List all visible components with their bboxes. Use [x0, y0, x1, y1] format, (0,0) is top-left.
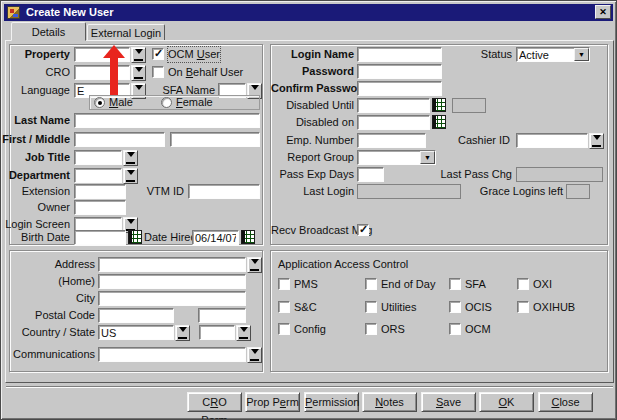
tab-external-login[interactable]: External Login	[87, 24, 165, 41]
address-input[interactable]	[98, 257, 246, 272]
aac-checkbox-sc[interactable]	[278, 301, 290, 313]
cashier-id-lov-button[interactable]	[589, 133, 604, 149]
disabled-on-label: Disabled on	[271, 115, 354, 130]
lov-bar-icon	[250, 359, 259, 361]
home-address-input[interactable]	[98, 274, 246, 289]
country-input[interactable]	[98, 325, 174, 340]
city-input[interactable]	[98, 291, 246, 306]
close-button-bottom[interactable]: Close	[538, 392, 593, 412]
job-title-lov-button[interactable]	[123, 150, 138, 166]
disabled-on-calendar-icon[interactable]	[432, 115, 446, 129]
last-login-label: Last Login	[271, 184, 354, 199]
communications-input[interactable]	[98, 347, 246, 362]
aac-label-sfa: SFA	[465, 277, 486, 292]
department-input[interactable]	[74, 168, 122, 183]
first-name-input[interactable]	[74, 132, 165, 147]
home-address-label: (Home)	[12, 274, 95, 289]
aac-checkbox-ors[interactable]	[365, 323, 377, 335]
aac-checkbox-utilities[interactable]	[365, 301, 377, 313]
on-behalf-user-checkbox[interactable]	[152, 66, 164, 78]
disabled-until-calendar-icon[interactable]	[432, 98, 446, 112]
lov-arrow-icon	[127, 152, 135, 161]
cashier-id-input[interactable]	[516, 133, 588, 148]
middle-name-input[interactable]	[170, 132, 260, 147]
aac-checkbox-oxihub[interactable]	[517, 301, 529, 313]
prop-perm-button[interactable]: Prop Perm	[245, 392, 300, 412]
emp-number-input[interactable]	[357, 133, 426, 148]
create-new-user-dialog: Create New User ✕ Details External Login…	[0, 0, 617, 420]
aac-checkbox-oxi[interactable]	[517, 278, 529, 290]
status-dropdown-icon[interactable]: ▼	[574, 48, 589, 61]
last-name-input[interactable]	[74, 113, 260, 128]
button-separator	[6, 386, 613, 388]
communications-lov-button[interactable]	[247, 347, 262, 363]
lov-bar-icon	[239, 337, 248, 339]
cro-input[interactable]	[74, 65, 130, 80]
disabled-until-input[interactable]	[357, 98, 430, 113]
ok-button[interactable]: OK	[479, 392, 534, 412]
on-behalf-user-label: On Behalf User	[168, 65, 243, 80]
password-input[interactable]	[357, 64, 442, 79]
recv-broadcast-msg-checkbox[interactable]	[357, 224, 369, 236]
birth-date-label: Birth Date	[12, 230, 70, 245]
female-radio[interactable]	[161, 97, 172, 108]
state-lov-button[interactable]	[236, 325, 251, 341]
grace-logins-left-label: Grace Logins left	[463, 184, 563, 199]
pass-exp-days-input[interactable]	[357, 167, 384, 182]
permission-button[interactable]: Permission	[304, 392, 359, 412]
date-hired-label: Date Hired	[144, 230, 190, 245]
lov-arrow-icon	[593, 135, 601, 144]
lov-arrow-icon	[179, 327, 187, 336]
report-group-dropdown-icon[interactable]: ▼	[420, 151, 435, 164]
male-radio[interactable]	[94, 97, 105, 108]
annotation-arrow	[110, 56, 118, 95]
birth-date-input[interactable]	[74, 230, 126, 245]
aac-checkbox-sfa[interactable]	[449, 278, 461, 290]
country-lov-button[interactable]	[175, 325, 190, 341]
login-name-label: Login Name	[271, 47, 354, 62]
birth-date-calendar-icon[interactable]	[128, 230, 142, 244]
lov-arrow-icon	[135, 49, 143, 58]
lov-bar-icon	[126, 162, 135, 164]
application-access-title: Application Access Control	[278, 257, 408, 272]
address-group: Address (Home) City Postal Code Country …	[9, 250, 263, 372]
save-button[interactable]: Save	[421, 392, 476, 412]
department-lov-button[interactable]	[123, 168, 138, 184]
cashier-id-label: Cashier ID	[430, 133, 510, 148]
address-lov-button[interactable]	[247, 257, 262, 273]
postal-code-input[interactable]	[98, 308, 174, 323]
tab-details[interactable]: Details	[11, 22, 86, 41]
owner-input[interactable]	[74, 200, 126, 215]
property-lov-button[interactable]	[131, 47, 146, 63]
cro-perm-button[interactable]: CRO Perm	[187, 392, 242, 412]
aac-checkbox-ocm[interactable]	[449, 323, 461, 335]
close-button[interactable]: ✕	[595, 5, 611, 19]
lov-arrow-icon	[135, 85, 143, 94]
aac-checkbox-ocis[interactable]	[449, 301, 461, 313]
date-hired-input[interactable]	[192, 230, 239, 245]
disabled-until-label: Disabled Until	[271, 98, 354, 113]
department-label: Department	[0, 168, 70, 183]
aac-label-ors: ORS	[381, 322, 405, 337]
date-hired-calendar-icon[interactable]	[241, 230, 255, 244]
aac-checkbox-end-of-day[interactable]	[365, 278, 377, 290]
postal-code-ext-input[interactable]	[198, 308, 246, 323]
aac-checkbox-pms[interactable]	[278, 278, 290, 290]
vtm-id-input[interactable]	[188, 184, 260, 199]
aac-label-ocm: OCM	[465, 322, 491, 337]
lov-bar-icon	[250, 269, 259, 271]
lov-arrow-icon	[127, 219, 135, 228]
last-name-label: Last Name	[12, 113, 70, 128]
job-title-input[interactable]	[74, 150, 122, 165]
confirm-password-input[interactable]	[357, 81, 442, 96]
status-label: Status	[432, 47, 512, 62]
notes-button[interactable]: Notes	[362, 392, 417, 412]
ocm-user-checkbox[interactable]	[152, 48, 164, 60]
aac-checkbox-config[interactable]	[278, 323, 290, 335]
cro-lov-button[interactable]	[131, 65, 146, 81]
state-input[interactable]	[199, 325, 235, 340]
recv-broadcast-msg-label: Recv Broadcast Msg	[271, 223, 354, 238]
disabled-on-input[interactable]	[357, 115, 430, 130]
login-name-input[interactable]	[357, 47, 442, 62]
extension-input[interactable]	[74, 184, 126, 199]
